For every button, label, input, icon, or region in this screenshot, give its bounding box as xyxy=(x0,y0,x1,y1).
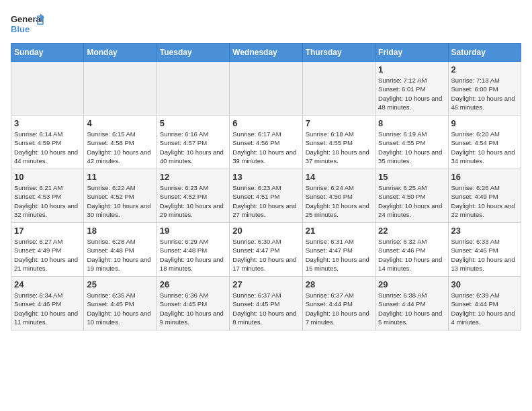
calendar-cell: 28Sunrise: 6:37 AMSunset: 4:44 PMDayligh… xyxy=(302,277,375,330)
weekday-header-sunday: Sunday xyxy=(11,44,84,62)
calendar-cell: 2Sunrise: 7:13 AMSunset: 6:00 PMDaylight… xyxy=(448,62,521,116)
day-number: 21 xyxy=(306,226,372,236)
calendar-cell: 4Sunrise: 6:15 AMSunset: 4:58 PMDaylight… xyxy=(84,116,157,169)
day-number: 30 xyxy=(451,279,518,289)
calendar-cell: 26Sunrise: 6:36 AMSunset: 4:45 PMDayligh… xyxy=(157,277,229,330)
day-info: Sunrise: 6:17 AMSunset: 4:56 PMDaylight:… xyxy=(232,130,299,165)
calendar-cell: 16Sunrise: 6:26 AMSunset: 4:49 PMDayligh… xyxy=(448,169,521,223)
day-number: 1 xyxy=(378,64,445,75)
day-number: 25 xyxy=(87,279,153,289)
calendar-cell: 25Sunrise: 6:35 AMSunset: 4:45 PMDayligh… xyxy=(84,277,157,330)
day-info: Sunrise: 6:21 AMSunset: 4:53 PMDaylight:… xyxy=(14,183,81,219)
day-info: Sunrise: 6:29 AMSunset: 4:48 PMDaylight:… xyxy=(160,237,226,273)
day-info: Sunrise: 6:25 AMSunset: 4:50 PMDaylight:… xyxy=(378,183,445,219)
day-info: Sunrise: 6:34 AMSunset: 4:46 PMDaylight:… xyxy=(14,291,81,326)
day-number: 20 xyxy=(232,226,299,236)
calendar-cell: 29Sunrise: 6:38 AMSunset: 4:44 PMDayligh… xyxy=(375,277,448,330)
day-info: Sunrise: 7:12 AMSunset: 6:01 PMDaylight:… xyxy=(378,76,445,111)
day-info: Sunrise: 6:37 AMSunset: 4:44 PMDaylight:… xyxy=(306,291,372,326)
day-number: 8 xyxy=(378,118,445,128)
day-info: Sunrise: 6:18 AMSunset: 4:55 PMDaylight:… xyxy=(306,130,372,165)
day-number: 11 xyxy=(87,172,153,182)
calendar-cell: 20Sunrise: 6:30 AMSunset: 4:47 PMDayligh… xyxy=(230,223,302,277)
calendar-cell: 1Sunrise: 7:12 AMSunset: 6:01 PMDaylight… xyxy=(375,62,448,116)
day-number: 2 xyxy=(451,64,518,75)
weekday-header-saturday: Saturday xyxy=(448,44,521,62)
weekday-header-wednesday: Wednesday xyxy=(230,44,302,62)
calendar-cell xyxy=(11,62,84,116)
calendar-week-4: 17Sunrise: 6:27 AMSunset: 4:49 PMDayligh… xyxy=(11,223,521,277)
day-number: 4 xyxy=(87,118,153,128)
calendar-cell: 19Sunrise: 6:29 AMSunset: 4:48 PMDayligh… xyxy=(157,223,229,277)
calendar-cell xyxy=(84,62,157,116)
logo-svg: General Blue xyxy=(11,11,44,38)
calendar-cell: 3Sunrise: 6:14 AMSunset: 4:59 PMDaylight… xyxy=(11,116,84,169)
day-number: 29 xyxy=(378,279,445,289)
calendar-week-1: 1Sunrise: 7:12 AMSunset: 6:01 PMDaylight… xyxy=(11,62,521,116)
day-info: Sunrise: 6:35 AMSunset: 4:45 PMDaylight:… xyxy=(87,291,153,326)
day-number: 16 xyxy=(451,172,518,182)
calendar-cell xyxy=(157,62,229,116)
calendar-week-5: 24Sunrise: 6:34 AMSunset: 4:46 PMDayligh… xyxy=(11,277,521,330)
day-info: Sunrise: 6:16 AMSunset: 4:57 PMDaylight:… xyxy=(160,130,226,165)
calendar-cell: 6Sunrise: 6:17 AMSunset: 4:56 PMDaylight… xyxy=(230,116,302,169)
day-number: 19 xyxy=(160,226,226,236)
day-info: Sunrise: 6:39 AMSunset: 4:44 PMDaylight:… xyxy=(451,291,518,326)
day-number: 9 xyxy=(451,118,518,128)
calendar-cell: 17Sunrise: 6:27 AMSunset: 4:49 PMDayligh… xyxy=(11,223,84,277)
day-number: 24 xyxy=(14,279,81,289)
day-number: 15 xyxy=(378,172,445,182)
calendar-cell: 5Sunrise: 6:16 AMSunset: 4:57 PMDaylight… xyxy=(157,116,229,169)
day-info: Sunrise: 7:13 AMSunset: 6:00 PMDaylight:… xyxy=(451,76,518,111)
calendar-cell: 8Sunrise: 6:19 AMSunset: 4:55 PMDaylight… xyxy=(375,116,448,169)
calendar-cell: 14Sunrise: 6:24 AMSunset: 4:50 PMDayligh… xyxy=(302,169,375,223)
day-number: 6 xyxy=(232,118,299,128)
day-info: Sunrise: 6:31 AMSunset: 4:47 PMDaylight:… xyxy=(306,237,372,273)
day-number: 27 xyxy=(232,279,299,289)
day-info: Sunrise: 6:19 AMSunset: 4:55 PMDaylight:… xyxy=(378,130,445,165)
calendar-cell: 10Sunrise: 6:21 AMSunset: 4:53 PMDayligh… xyxy=(11,169,84,223)
day-info: Sunrise: 6:30 AMSunset: 4:47 PMDaylight:… xyxy=(232,237,299,273)
day-info: Sunrise: 6:37 AMSunset: 4:45 PMDaylight:… xyxy=(232,291,299,326)
calendar-body: 1Sunrise: 7:12 AMSunset: 6:01 PMDaylight… xyxy=(11,62,521,330)
calendar-cell: 12Sunrise: 6:23 AMSunset: 4:52 PMDayligh… xyxy=(157,169,229,223)
day-number: 22 xyxy=(378,226,445,236)
day-info: Sunrise: 6:22 AMSunset: 4:52 PMDaylight:… xyxy=(87,183,153,219)
calendar-cell: 22Sunrise: 6:32 AMSunset: 4:46 PMDayligh… xyxy=(375,223,448,277)
calendar-cell: 21Sunrise: 6:31 AMSunset: 4:47 PMDayligh… xyxy=(302,223,375,277)
day-info: Sunrise: 6:32 AMSunset: 4:46 PMDaylight:… xyxy=(378,237,445,273)
calendar-cell: 27Sunrise: 6:37 AMSunset: 4:45 PMDayligh… xyxy=(230,277,302,330)
calendar-cell xyxy=(302,62,375,116)
calendar-cell: 13Sunrise: 6:23 AMSunset: 4:51 PMDayligh… xyxy=(230,169,302,223)
calendar-cell: 15Sunrise: 6:25 AMSunset: 4:50 PMDayligh… xyxy=(375,169,448,223)
calendar-table: SundayMondayTuesdayWednesdayThursdayFrid… xyxy=(11,43,521,330)
day-info: Sunrise: 6:36 AMSunset: 4:45 PMDaylight:… xyxy=(160,291,226,326)
calendar-week-2: 3Sunrise: 6:14 AMSunset: 4:59 PMDaylight… xyxy=(11,116,521,169)
svg-text:Blue: Blue xyxy=(11,24,30,34)
day-info: Sunrise: 6:38 AMSunset: 4:44 PMDaylight:… xyxy=(378,291,445,326)
day-info: Sunrise: 6:33 AMSunset: 4:46 PMDaylight:… xyxy=(451,237,518,273)
calendar-cell: 18Sunrise: 6:28 AMSunset: 4:48 PMDayligh… xyxy=(84,223,157,277)
calendar-week-3: 10Sunrise: 6:21 AMSunset: 4:53 PMDayligh… xyxy=(11,169,521,223)
calendar-cell: 7Sunrise: 6:18 AMSunset: 4:55 PMDaylight… xyxy=(302,116,375,169)
calendar-header: SundayMondayTuesdayWednesdayThursdayFrid… xyxy=(11,44,521,62)
day-number: 17 xyxy=(14,226,81,236)
calendar-cell: 30Sunrise: 6:39 AMSunset: 4:44 PMDayligh… xyxy=(448,277,521,330)
calendar-cell xyxy=(230,62,302,116)
weekday-header-tuesday: Tuesday xyxy=(157,44,229,62)
day-number: 3 xyxy=(14,118,81,128)
day-number: 7 xyxy=(306,118,372,128)
day-info: Sunrise: 6:23 AMSunset: 4:51 PMDaylight:… xyxy=(232,183,299,219)
weekday-header-friday: Friday xyxy=(375,44,448,62)
day-number: 18 xyxy=(87,226,153,236)
day-number: 14 xyxy=(306,172,372,182)
day-info: Sunrise: 6:23 AMSunset: 4:52 PMDaylight:… xyxy=(160,183,226,219)
calendar-cell: 9Sunrise: 6:20 AMSunset: 4:54 PMDaylight… xyxy=(448,116,521,169)
day-number: 13 xyxy=(232,172,299,182)
weekday-header-monday: Monday xyxy=(84,44,157,62)
calendar-cell: 11Sunrise: 6:22 AMSunset: 4:52 PMDayligh… xyxy=(84,169,157,223)
day-number: 28 xyxy=(306,279,372,289)
day-number: 12 xyxy=(160,172,226,182)
calendar-cell: 24Sunrise: 6:34 AMSunset: 4:46 PMDayligh… xyxy=(11,277,84,330)
logo: General Blue xyxy=(11,11,44,38)
